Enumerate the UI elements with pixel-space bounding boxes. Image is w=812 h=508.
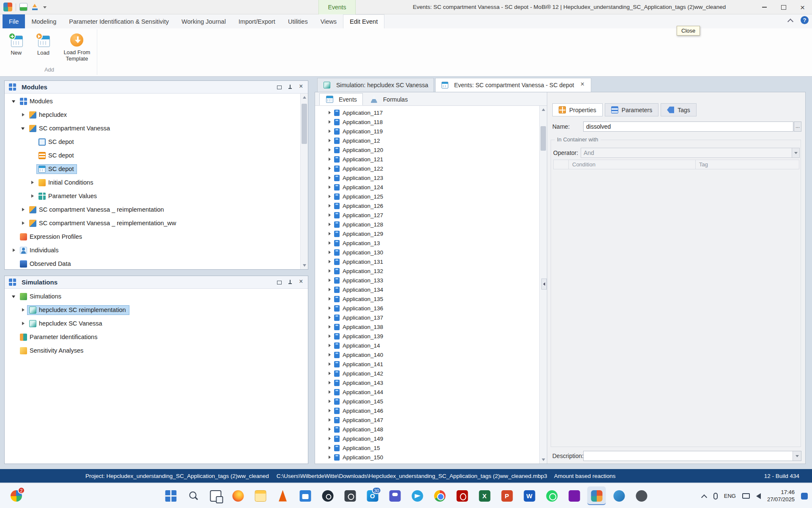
module-node-sc-compartment-vanessa-reimplementation-ww[interactable]: SC compartment Vanessa _ reimplementatio…	[5, 216, 300, 230]
expander-closed-icon[interactable]	[327, 296, 333, 302]
event-item-application-141[interactable]: Application_141	[327, 359, 539, 369]
expander-closed-icon[interactable]	[29, 193, 36, 200]
event-item-application-130[interactable]: Application_130	[327, 248, 539, 257]
grid-header-indicator[interactable]	[554, 160, 569, 169]
expander-closed-icon[interactable]	[327, 203, 333, 209]
expander-open-icon[interactable]	[20, 125, 27, 132]
scroll-down-icon[interactable]	[540, 456, 547, 464]
name-ellipsis-button[interactable]: ...	[794, 121, 801, 132]
event-item-application-133[interactable]: Application_133	[327, 276, 539, 285]
expander-closed-icon[interactable]	[327, 212, 333, 218]
expander-closed-icon[interactable]	[327, 240, 333, 246]
event-item-application-140[interactable]: Application_140	[327, 350, 539, 359]
expander-closed-icon[interactable]	[327, 128, 333, 135]
close-tab-icon[interactable]	[579, 82, 586, 88]
expander-closed-icon[interactable]	[20, 206, 27, 213]
expander-closed-icon[interactable]	[327, 138, 333, 144]
close-panel-icon[interactable]	[298, 279, 304, 286]
expander-closed-icon[interactable]	[327, 324, 333, 330]
save-icon[interactable]	[19, 3, 27, 11]
taskbar-start-button[interactable]	[162, 486, 180, 505]
event-item-application-134[interactable]: Application_134	[327, 285, 539, 294]
taskbar-widgets-button[interactable]: 2	[7, 486, 25, 505]
expander-open-icon[interactable]	[11, 293, 18, 300]
description-caret-icon[interactable]	[793, 451, 801, 461]
sub-tab-formulas[interactable]: Formulas	[364, 93, 414, 105]
load-button[interactable]: Load	[31, 31, 55, 66]
taskbar-telegram-button[interactable]	[408, 486, 427, 505]
expander-closed-icon[interactable]	[327, 175, 333, 181]
event-item-application-144[interactable]: Application_144	[327, 387, 539, 397]
language-indicator[interactable]: ENG	[724, 493, 736, 499]
operator-combo[interactable]: And	[581, 148, 800, 158]
scroll-thumb[interactable]	[540, 126, 546, 151]
taskbar-whatsapp-button[interactable]	[543, 486, 561, 505]
taskbar-powerpoint-button[interactable]	[498, 486, 516, 505]
help-icon[interactable]	[801, 16, 809, 24]
event-item-application-119[interactable]: Application_119	[327, 127, 539, 136]
sub-tab-events[interactable]: Events	[319, 93, 363, 105]
event-item-application-131[interactable]: Application_131	[327, 257, 539, 266]
expander-closed-icon[interactable]	[327, 287, 333, 293]
event-item-application-117[interactable]: Application_117	[327, 108, 539, 117]
collapse-ribbon-icon[interactable]	[787, 17, 794, 24]
module-node-sc-depot[interactable]: SC depot	[5, 162, 300, 176]
simulation-node-simulations[interactable]: Simulations	[5, 290, 308, 303]
module-node-modules[interactable]: Modules	[5, 94, 300, 108]
taskbar-chrome-button[interactable]	[431, 486, 449, 505]
expander-closed-icon[interactable]	[327, 426, 333, 433]
expander-closed-icon[interactable]	[327, 184, 333, 190]
expander-closed-icon[interactable]	[327, 119, 333, 125]
volume-icon[interactable]	[756, 493, 761, 499]
event-item-application-123[interactable]: Application_123	[327, 173, 539, 182]
expander-closed-icon[interactable]	[327, 445, 333, 451]
taskbar-outlook-button[interactable]: 30	[363, 486, 382, 505]
simulation-node-sensitivity-analyses[interactable]: Sensitivity Analyses	[5, 344, 308, 357]
document-tab-events-sc-compartment-vanessa-sc-depot[interactable]: Events: SC compartment Vanessa - SC depo…	[435, 78, 592, 92]
scroll-up-icon[interactable]	[540, 106, 547, 113]
expander-closed-icon[interactable]	[11, 247, 18, 254]
menu-tab-file[interactable]: File	[3, 14, 25, 28]
expander-closed-icon[interactable]	[327, 156, 333, 163]
event-item-application-13[interactable]: Application_13	[327, 238, 539, 248]
event-item-application-147[interactable]: Application_147	[327, 415, 539, 425]
module-node-sc-compartment-vanessa[interactable]: SC compartment Vanessa	[5, 121, 300, 135]
expander-closed-icon[interactable]	[327, 305, 333, 312]
grid-header-tag[interactable]: Tag	[696, 160, 799, 169]
menu-tab-parameter-identification-sensitivity[interactable]: Parameter Identification & Sensitivity	[63, 14, 175, 28]
expander-closed-icon[interactable]	[327, 352, 333, 358]
module-node-sc-depot[interactable]: SC depot	[5, 149, 300, 162]
expander-closed-icon[interactable]	[327, 464, 333, 464]
event-item-application-118[interactable]: Application_118	[327, 117, 539, 127]
expander-closed-icon[interactable]	[327, 370, 333, 377]
event-item-application-136[interactable]: Application_136	[327, 304, 539, 313]
export-icon[interactable]	[31, 3, 39, 11]
expander-closed-icon[interactable]	[20, 220, 27, 227]
expander-open-icon[interactable]	[11, 98, 18, 105]
collapse-splitter-icon[interactable]	[541, 279, 547, 290]
scroll-thumb[interactable]	[302, 104, 307, 144]
hidden-icons-chevron-icon[interactable]	[701, 493, 707, 499]
new-button[interactable]: New	[4, 31, 28, 66]
event-item-application-125[interactable]: Application_125	[327, 192, 539, 201]
expander-closed-icon[interactable]	[327, 380, 333, 386]
menu-tab-views[interactable]: Views	[314, 14, 343, 28]
close-window-button[interactable]	[793, 0, 812, 14]
event-item-application-12[interactable]: Application_12	[327, 136, 539, 145]
expander-closed-icon[interactable]	[327, 277, 333, 284]
expander-closed-icon[interactable]	[20, 320, 27, 327]
pin-panel-icon[interactable]	[287, 279, 294, 286]
event-item-application-139[interactable]: Application_139	[327, 331, 539, 341]
event-item-application-143[interactable]: Application_143	[327, 378, 539, 387]
event-item-application-148[interactable]: Application_148	[327, 425, 539, 434]
event-item-application-149[interactable]: Application_149	[327, 434, 539, 443]
menu-tab-utilities[interactable]: Utilities	[282, 14, 314, 28]
taskbar-camera-button[interactable]	[341, 486, 359, 505]
taskbar-mobi-button[interactable]	[587, 486, 606, 505]
event-item-application-121[interactable]: Application_121	[327, 155, 539, 164]
module-node-parameter-values[interactable]: Parameter Values	[5, 189, 300, 203]
taskbar-file-explorer-button[interactable]	[251, 486, 270, 505]
module-node-observed-data[interactable]: Observed Data	[5, 257, 300, 269]
expander-closed-icon[interactable]	[327, 333, 333, 340]
expander-closed-icon[interactable]	[20, 111, 27, 119]
